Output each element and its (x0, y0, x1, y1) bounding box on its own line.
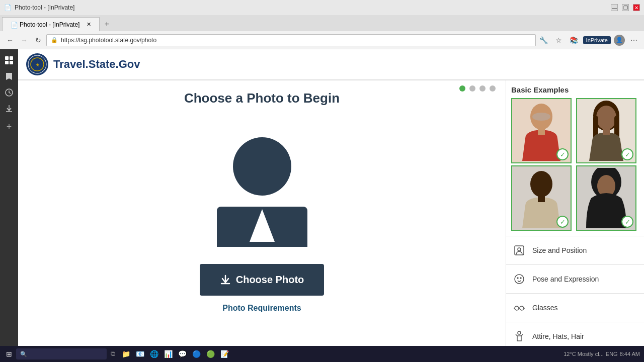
refresh-button[interactable]: ↻ (32, 34, 44, 46)
svg-rect-20 (538, 196, 545, 202)
menu-item-glasses[interactable]: Glasses (506, 294, 644, 322)
svg-point-26 (517, 278, 518, 279)
example-photo-4[interactable]: ✓ (576, 165, 636, 231)
svg-point-12 (532, 113, 550, 121)
taskbar-app-1[interactable]: 📁 (119, 347, 132, 360)
browser-chrome: 📄 Photo-tool - [InPrivate] — ❐ ✕ 📄 Photo… (0, 0, 644, 50)
sidebar-icon-history[interactable] (2, 85, 16, 100)
examples-grid: ✓ (511, 98, 639, 231)
dot-2[interactable] (469, 85, 475, 92)
dot-1[interactable] (459, 85, 465, 92)
example-photo-2[interactable]: ✓ (576, 98, 636, 163)
language-indicator: ENG (606, 351, 618, 357)
sidebar-add-button[interactable]: + (7, 122, 12, 132)
svg-rect-6 (10, 61, 13, 64)
tab-label: Photo-tool - [InPrivate] (20, 21, 79, 28)
check-badge-4: ✓ (621, 216, 633, 228)
forward-button[interactable]: → (18, 34, 30, 46)
taskbar-app-edge[interactable]: 🌐 (147, 347, 160, 360)
basic-examples-title: Basic Examples (511, 85, 639, 94)
tab-bar: 📄 Photo-tool - [InPrivate] ✕ + (0, 15, 644, 31)
check-badge-2: ✓ (621, 148, 633, 160)
tab-favicon: 📄 (11, 22, 17, 28)
page-icon: 📄 (4, 4, 12, 11)
back-button[interactable]: ← (4, 34, 16, 46)
left-sidebar: + (0, 49, 18, 362)
svg-point-15 (596, 106, 616, 130)
svg-rect-3 (5, 56, 9, 60)
settings-button[interactable]: ⋯ (628, 34, 640, 46)
sidebar-icon-favorites[interactable] (2, 69, 16, 83)
system-tray: 12°C Mostly cl... ENG 8:44 AM (564, 351, 640, 357)
taskbar-app-3[interactable]: 📊 (162, 347, 175, 360)
taskbar-app-5[interactable]: 🔵 (190, 347, 203, 360)
extensions-button[interactable]: 🔧 (538, 34, 550, 46)
search-taskbar[interactable]: 🔍 (16, 348, 107, 359)
attire-icon (512, 329, 526, 343)
taskbar-app-2[interactable]: 📧 (133, 347, 146, 360)
pagination-dots (459, 85, 496, 92)
site-logo: ★ Travel.State.Gov (26, 53, 140, 75)
svg-point-27 (520, 278, 521, 279)
menu-item-pose-expression[interactable]: Pose and Expression (506, 265, 644, 294)
choose-photo-button[interactable]: Choose Photo (200, 264, 325, 296)
site-header: ★ Travel.State.Gov (18, 49, 644, 80)
example-photo-3[interactable]: ✓ (511, 165, 572, 231)
check-badge-3: ✓ (556, 216, 569, 228)
nav-bar: ← → ↻ 🔒 https://tsg.phototool.state.gov/… (0, 31, 644, 49)
close-button[interactable]: ✕ (633, 4, 640, 11)
taskbar-app-6[interactable]: 🟢 (204, 347, 217, 360)
svg-point-25 (515, 275, 524, 284)
size-position-icon (512, 243, 526, 257)
minimize-button[interactable]: — (611, 4, 618, 11)
sidebar-icon-downloads[interactable] (2, 102, 16, 116)
task-view-button[interactable]: ⧉ (109, 350, 117, 358)
menu-item-attire-label: Attire, Hats, Hair (532, 332, 584, 340)
user-avatar[interactable]: 👤 (614, 35, 625, 46)
time-display: 8:44 AM (620, 351, 640, 357)
menu-item-size-position[interactable]: Size and Position (506, 236, 644, 265)
svg-rect-13 (538, 129, 545, 135)
center-content: Choose a Photo to Begin Choose Photo Pho… (18, 80, 506, 362)
pose-expression-icon (512, 272, 526, 286)
collections-button[interactable]: 📚 (568, 34, 580, 46)
taskbar-app-4[interactable]: 💬 (176, 347, 189, 360)
start-button[interactable]: ⊞ (4, 350, 14, 358)
page-title: Choose a Photo to Begin (184, 90, 340, 106)
inprivate-badge: InPrivate (583, 36, 611, 44)
window-title: Photo-tool - [InPrivate] (15, 4, 74, 11)
svg-rect-4 (10, 56, 13, 60)
site-title: Travel.State.Gov (53, 58, 140, 71)
title-bar-left: 📄 Photo-tool - [InPrivate] (4, 4, 74, 11)
new-tab-button[interactable]: + (100, 17, 114, 31)
right-sidebar: Basic Examples ✓ (506, 80, 644, 362)
svg-point-30 (518, 331, 521, 334)
active-tab[interactable]: 📄 Photo-tool - [InPrivate] ✕ (2, 17, 100, 31)
photo-requirements-link[interactable]: Photo Requirements (222, 304, 301, 313)
svg-point-28 (515, 306, 519, 310)
taskbar-apps: 📁 📧 🌐 📊 💬 🔵 🟢 📝 (119, 347, 231, 360)
example-photo-1[interactable]: ✓ (511, 98, 572, 163)
weather-info: 12°C Mostly cl... (564, 351, 604, 357)
menu-item-size-position-label: Size and Position (532, 246, 587, 254)
title-bar-controls: — ❐ ✕ (611, 4, 640, 11)
sidebar-icon-tabs[interactable] (2, 53, 16, 67)
check-badge-1: ✓ (556, 148, 569, 160)
seal-icon: ★ (26, 53, 48, 75)
favorites-button[interactable]: ☆ (553, 34, 565, 46)
dot-3[interactable] (479, 85, 486, 92)
svg-point-8 (233, 137, 291, 196)
url-text: https://tsg.phototool.state.gov/photo (61, 37, 156, 44)
restore-button[interactable]: ❐ (622, 4, 629, 11)
menu-item-glasses-label: Glasses (532, 304, 558, 312)
nav-right: 🔧 ☆ 📚 InPrivate 👤 ⋯ (538, 34, 640, 46)
svg-rect-18 (603, 129, 610, 135)
address-bar[interactable]: 🔒 https://tsg.phototool.state.gov/photo (46, 34, 536, 46)
svg-point-29 (520, 306, 524, 310)
tab-close-icon[interactable]: ✕ (87, 21, 91, 28)
main-container: Choose a Photo to Begin Choose Photo Pho… (18, 80, 644, 362)
dot-4[interactable] (490, 85, 496, 92)
title-bar: 📄 Photo-tool - [InPrivate] — ❐ ✕ (0, 0, 644, 15)
taskbar-app-7[interactable]: 📝 (218, 347, 231, 360)
search-icon: 🔍 (20, 351, 27, 357)
